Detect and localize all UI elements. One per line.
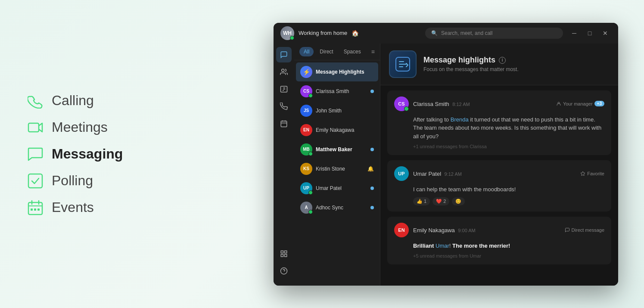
svg-rect-4: [34, 208, 36, 211]
sidebar-item-emily-nakagawa[interactable]: EN Emily Nakagawa: [296, 121, 378, 140]
sidebar-item-message-highlights[interactable]: ⚡ Message Highlights: [296, 62, 378, 81]
nav-bottom: [276, 246, 292, 282]
svg-rect-12: [285, 254, 287, 256]
tag-badge-clarissa: +3: [594, 101, 604, 106]
message-header-clarissa: CS Clarissa Smith 8:12 AM Your manager +…: [394, 96, 604, 111]
sidebar-tabs: All Direct Spaces ≡: [294, 44, 380, 60]
nav-help[interactable]: [276, 263, 292, 279]
app-title: Working from home: [299, 30, 347, 36]
events-icon: [26, 198, 45, 217]
msg-tag-clarissa: Your manager +3: [556, 101, 604, 106]
nav-contacts[interactable]: [276, 81, 292, 97]
label-events: Events: [26, 198, 155, 217]
svg-rect-5: [37, 208, 40, 211]
avatar-john: JS: [300, 105, 312, 117]
avatar-emily: EN: [300, 124, 312, 136]
tab-direct[interactable]: Direct: [315, 47, 337, 56]
msg-tag-text-clarissa: Your manager: [563, 101, 593, 106]
highlights-icon: ⚡: [300, 66, 312, 78]
msg-time-umar: 9:12 AM: [443, 171, 461, 177]
meetings-icon: [26, 118, 45, 137]
reactions-umar: 👍 1 ❤️ 2 😊: [394, 197, 604, 205]
tab-spaces[interactable]: Spaces: [339, 47, 365, 56]
close-button[interactable]: ✕: [599, 27, 611, 39]
left-labels-panel: Calling Meetings Messaging Polling: [0, 74, 181, 234]
highlights-header: Message highlights i Focus on the messag…: [380, 44, 618, 85]
polling-label: Polling: [52, 173, 93, 189]
reaction-thumbsup[interactable]: 👍 1: [413, 197, 430, 205]
search-placeholder: Search, meet, and call: [441, 30, 492, 36]
minimize-button[interactable]: ─: [568, 27, 580, 39]
calling-label: Calling: [52, 93, 94, 109]
sidebar-item-kristin-stone[interactable]: KS Kristin Stone 🔔: [296, 159, 378, 178]
nav-calls[interactable]: [276, 99, 292, 114]
reaction-heart[interactable]: ❤️ 2: [432, 197, 449, 205]
label-meetings: Meetings: [26, 118, 155, 137]
sidebar: All Direct Spaces ≡ ⚡ Message Highlights…: [294, 44, 380, 286]
msg-meta-emily: Emily Nakagawa 9:00 AM: [413, 226, 560, 234]
message-card-emily: EN Emily Nakagawa 9:00 AM Direct message…: [387, 217, 611, 265]
label-messaging: Messaging: [26, 145, 155, 164]
mention-umar: Umar: [436, 243, 449, 249]
chat-area: Message highlights i Focus on the messag…: [380, 44, 618, 286]
message-card-clarissa: CS Clarissa Smith 8:12 AM Your manager +…: [387, 90, 611, 156]
msg-body-emily: Brilliant Umar! The more the merrier!: [394, 242, 604, 250]
sidebar-item-adhoc-sync[interactable]: A Adhoc Sync: [296, 198, 378, 217]
svg-rect-10: [285, 251, 287, 253]
contact-name-emily: Emily Nakagawa: [316, 127, 374, 133]
nav-apps[interactable]: [276, 246, 292, 261]
msg-time-clarissa: 8:12 AM: [451, 102, 470, 107]
svg-rect-11: [281, 254, 283, 256]
messaging-icon: [26, 145, 45, 164]
msg-tag-emily: Direct message: [565, 227, 604, 233]
highlights-subtitle: Focus on the messages that matter most.: [423, 66, 519, 72]
message-header-umar: UP Umar Patel 9:12 AM Favorite: [394, 166, 604, 181]
msg-sender-umar: Umar Patel: [413, 171, 441, 177]
messaging-label: Messaging: [52, 146, 123, 162]
nav-chat[interactable]: [276, 47, 292, 62]
mention-brenda: Brenda: [451, 116, 469, 123]
svg-rect-3: [31, 208, 33, 211]
contact-name-clarissa: Clarissa Smith: [316, 88, 367, 94]
contact-name-umar: Umar Patel: [316, 185, 367, 191]
app-window: WH Working from home 🏠 🔍 Search, meet, a…: [274, 23, 618, 286]
avatar: WH: [280, 26, 294, 40]
muted-icon: 🔔: [367, 166, 374, 172]
message-header-emily: EN Emily Nakagawa 9:00 AM Direct message: [394, 223, 604, 237]
maximize-button[interactable]: □: [584, 27, 596, 39]
sidebar-item-umar-patel[interactable]: UP Umar Patel: [296, 179, 378, 198]
unread-dot-umar: [370, 187, 374, 190]
sidebar-item-matthew-baker[interactable]: MB Matthew Baker: [296, 140, 378, 159]
unread-dot-clarissa: [370, 90, 374, 93]
text-brilliant: Brilliant: [413, 243, 434, 249]
msg-tag-text-umar: Favorite: [587, 171, 604, 176]
filter-icon[interactable]: ≡: [371, 48, 375, 55]
msg-sender-clarissa: Clarissa Smith: [413, 101, 449, 107]
sidebar-item-clarissa-smith[interactable]: CS Clarissa Smith: [296, 82, 378, 101]
highlights-big-icon: [389, 50, 417, 78]
avatar-kristin: KS: [300, 163, 312, 175]
contact-name-adhoc: Adhoc Sync: [316, 205, 367, 211]
msg-avatar-clarissa: CS: [394, 96, 409, 111]
avatar-clarissa: CS: [300, 85, 312, 97]
svg-rect-9: [281, 251, 283, 253]
reaction-smile[interactable]: 😊: [452, 197, 465, 205]
sidebar-list: ⚡ Message Highlights CS Clarissa Smith J…: [294, 60, 380, 286]
svg-marker-16: [581, 171, 585, 176]
svg-rect-8: [281, 121, 287, 127]
avatar-adhoc: A: [300, 202, 312, 214]
info-icon[interactable]: i: [499, 57, 506, 64]
highlights-header-text: Message highlights i Focus on the messag…: [423, 56, 519, 72]
nav-people[interactable]: [276, 64, 292, 80]
label-calling: Calling: [26, 91, 155, 110]
msg-body-umar: I can help the team with the moodboards!: [394, 185, 604, 194]
tab-all[interactable]: All: [299, 47, 314, 56]
msg-avatar-emily: EN: [394, 223, 409, 237]
nav-calendar[interactable]: [276, 116, 292, 131]
sidebar-item-john-smith[interactable]: JS John Smith: [296, 101, 378, 120]
msg-avatar-umar: UP: [394, 166, 409, 181]
window-controls: ─ □ ✕: [568, 27, 611, 39]
messages-list: CS Clarissa Smith 8:12 AM Your manager +…: [380, 85, 618, 286]
search-bar[interactable]: 🔍 Search, meet, and call: [425, 28, 563, 39]
message-card-umar: UP Umar Patel 9:12 AM Favorite I can hel…: [387, 160, 611, 212]
